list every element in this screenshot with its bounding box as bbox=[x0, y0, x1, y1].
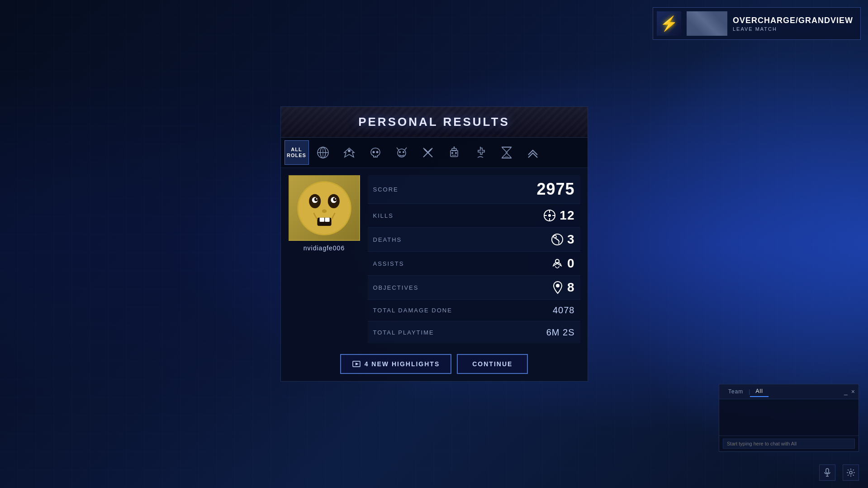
stat-row-kills: KILLS 12 bbox=[368, 204, 580, 228]
settings-icon bbox=[846, 468, 855, 477]
lightning-icon: ⚡ bbox=[660, 15, 678, 32]
microphone-icon bbox=[824, 468, 831, 477]
chat-controls: _ × bbox=[844, 388, 855, 395]
deaths-value: 3 bbox=[521, 232, 575, 247]
svg-point-6 bbox=[376, 151, 378, 153]
svg-point-5 bbox=[372, 151, 375, 153]
playtime-label: TOTAL PLAYTIME bbox=[373, 329, 521, 336]
medic-icon bbox=[474, 146, 487, 159]
tab-demon[interactable] bbox=[389, 140, 414, 165]
stats-table: SCORE 2975 KILLS 12 bbox=[368, 175, 580, 343]
svg-rect-38 bbox=[319, 217, 324, 221]
chat-input[interactable] bbox=[723, 439, 855, 449]
svg-point-41 bbox=[548, 214, 551, 217]
chat-tab-team[interactable]: Team bbox=[723, 387, 749, 397]
objectives-label: OBJECTIVES bbox=[373, 284, 521, 291]
svg-point-35 bbox=[335, 198, 336, 199]
svg-point-27 bbox=[298, 182, 350, 234]
chat-body bbox=[719, 399, 859, 435]
svg-rect-52 bbox=[826, 469, 829, 473]
tab-skull[interactable] bbox=[363, 140, 388, 165]
stat-row-score: SCORE 2975 bbox=[368, 175, 580, 204]
personal-results-panel: PERSONAL RESULTS ALLROLES bbox=[280, 106, 588, 382]
player-card: nvidiagfe006 bbox=[288, 175, 360, 343]
stat-row-damage: TOTAL DAMAGE DONE 4078 bbox=[368, 300, 580, 321]
tab-globe[interactable] bbox=[311, 140, 335, 165]
kills-label: KILLS bbox=[373, 212, 521, 219]
player-username: nvidiagfe006 bbox=[304, 244, 345, 252]
svg-point-23 bbox=[453, 147, 455, 148]
svg-rect-21 bbox=[452, 155, 456, 156]
deaths-icon bbox=[551, 233, 564, 246]
svg-line-16 bbox=[428, 149, 431, 152]
highlights-button[interactable]: 4 NEW HIGHLIGHTS bbox=[340, 354, 452, 374]
globe-icon bbox=[316, 146, 330, 159]
svg-point-49 bbox=[556, 284, 560, 287]
robot-icon bbox=[448, 146, 460, 159]
assists-label: ASSISTS bbox=[373, 260, 521, 267]
objectives-value: 8 bbox=[521, 280, 575, 295]
svg-point-20 bbox=[455, 152, 457, 154]
crossed-swords-icon bbox=[421, 146, 435, 159]
chat-close-button[interactable]: × bbox=[851, 388, 855, 395]
stat-row-deaths: DEATHS 3 bbox=[368, 228, 580, 252]
tab-robot[interactable] bbox=[442, 140, 466, 165]
svg-point-33 bbox=[333, 197, 337, 201]
damage-label: TOTAL DAMAGE DONE bbox=[373, 307, 521, 314]
settings-button[interactable] bbox=[843, 464, 859, 481]
playtime-value: 6M 2S bbox=[521, 327, 575, 338]
action-buttons: 4 NEW HIGHLIGHTS CONTINUE bbox=[281, 350, 588, 381]
svg-point-32 bbox=[314, 197, 318, 201]
deaths-label: DEATHS bbox=[373, 236, 521, 243]
kills-value: 12 bbox=[521, 208, 575, 223]
match-title: OVERCHARGE/GRANDVIEW bbox=[733, 16, 853, 25]
svg-point-11 bbox=[399, 151, 401, 153]
microphone-button[interactable] bbox=[819, 464, 835, 481]
svg-point-19 bbox=[451, 152, 453, 154]
eagle-icon bbox=[342, 146, 356, 159]
chat-panel: Team | All _ × bbox=[719, 384, 859, 452]
svg-marker-51 bbox=[356, 363, 359, 365]
assists-value: 0 bbox=[521, 256, 575, 271]
assists-icon bbox=[551, 257, 564, 270]
skull-icon bbox=[369, 146, 382, 159]
svg-point-12 bbox=[403, 151, 404, 153]
match-text-block: OVERCHARGE/GRANDVIEW LEAVE MATCH bbox=[733, 16, 853, 32]
panel-header: PERSONAL RESULTS bbox=[281, 107, 588, 138]
match-map-thumbnail bbox=[687, 11, 727, 36]
chat-tab-all[interactable]: All bbox=[750, 386, 768, 397]
stats-content-area: nvidiagfe006 SCORE 2975 KILLS bbox=[281, 168, 588, 350]
tab-swords[interactable] bbox=[416, 140, 440, 165]
tab-eagle[interactable] bbox=[337, 140, 361, 165]
tab-hourglass[interactable] bbox=[494, 140, 519, 165]
svg-point-36 bbox=[322, 209, 326, 213]
stat-row-objectives: OBJECTIVES 8 bbox=[368, 276, 580, 300]
role-tabs-bar: ALLROLES bbox=[281, 138, 588, 168]
continue-button[interactable]: CONTINUE bbox=[457, 354, 528, 374]
match-subtitle[interactable]: LEAVE MATCH bbox=[733, 26, 853, 32]
hourglass-icon bbox=[501, 145, 512, 160]
rank-chevron-icon bbox=[526, 147, 539, 158]
svg-line-15 bbox=[425, 149, 427, 152]
player-avatar bbox=[289, 175, 360, 241]
tab-all-roles[interactable]: ALLROLES bbox=[285, 140, 309, 165]
tab-medic[interactable] bbox=[468, 140, 493, 165]
stat-row-playtime: TOTAL PLAYTIME 6M 2S bbox=[368, 321, 580, 343]
panel-title: PERSONAL RESULTS bbox=[292, 115, 577, 129]
svg-rect-18 bbox=[452, 148, 456, 151]
demon-icon bbox=[395, 146, 408, 159]
chat-minimize-button[interactable]: _ bbox=[844, 388, 848, 395]
kills-icon bbox=[543, 209, 556, 222]
svg-point-34 bbox=[316, 198, 317, 199]
continue-button-label: CONTINUE bbox=[472, 360, 512, 368]
svg-rect-39 bbox=[325, 217, 329, 221]
chat-input-area[interactable] bbox=[719, 435, 859, 451]
highlights-button-label: 4 NEW HIGHLIGHTS bbox=[365, 360, 440, 368]
svg-point-55 bbox=[849, 471, 852, 474]
svg-point-4 bbox=[348, 149, 351, 152]
chat-header: Team | All _ × bbox=[719, 384, 859, 399]
all-roles-icon: ALLROLES bbox=[287, 147, 306, 158]
avatar-image bbox=[295, 179, 354, 238]
match-info-bar[interactable]: ⚡ OVERCHARGE/GRANDVIEW LEAVE MATCH bbox=[653, 7, 861, 40]
tab-chevron[interactable] bbox=[521, 140, 545, 165]
